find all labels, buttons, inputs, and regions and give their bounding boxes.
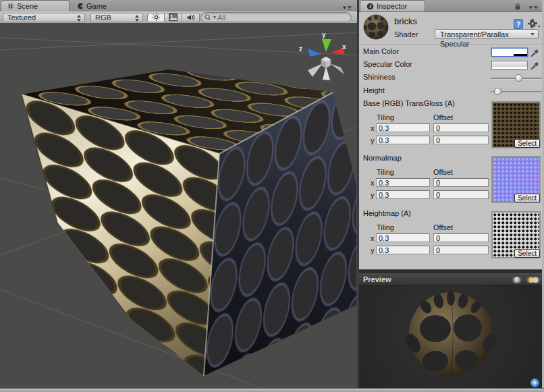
material-header: bricks Shader Transparent/Parallax Specu…: [359, 11, 542, 45]
shininess-label: Shininess: [363, 73, 396, 81]
shininess-slider[interactable]: [491, 78, 542, 80]
channel-mode-dropdown[interactable]: RGB: [90, 13, 143, 22]
heightmap-tiling-y-input[interactable]: [376, 246, 430, 254]
help-icon[interactable]: ?: [513, 18, 524, 30]
normalmap-tiling-y-input[interactable]: [376, 190, 430, 199]
offset-header: Offset: [433, 223, 453, 231]
shininess-row: Shininess: [359, 72, 542, 84]
scene-search-field[interactable]: ▾ All: [200, 12, 352, 22]
tiling-header: Tiling: [377, 168, 394, 176]
search-scope-label: All: [217, 13, 225, 22]
skybox-fx-toggle-button[interactable]: [165, 13, 182, 22]
offset-header: Offset: [433, 113, 453, 121]
tab-game[interactable]: Game: [71, 0, 132, 11]
x-axis-label: x: [371, 234, 375, 242]
scene-panel: Scene Game ▾≡ Textured RGB: [0, 0, 357, 388]
unity-editor-window: Scene Game ▾≡ Textured RGB: [0, 0, 544, 392]
scene-tabbar: Scene Game ▾≡: [0, 0, 357, 12]
render-mode-value: Textured: [7, 13, 36, 22]
info-icon: i: [366, 3, 374, 10]
normalmap-title: Normalmap: [363, 154, 402, 162]
heightmap-title: Heightmap (A): [363, 209, 411, 217]
gizmo-z-axis-cone[interactable]: [308, 49, 321, 57]
main-color-swatch[interactable]: [491, 48, 528, 57]
heightmap-offset-y-input[interactable]: [433, 246, 489, 254]
scene-toolbar: Textured RGB ▾ All: [0, 11, 357, 24]
y-axis-label: y: [371, 136, 375, 144]
tab-game-label: Game: [86, 2, 107, 10]
shader-dropdown-value: Transparent/Parallax Specular: [440, 30, 509, 48]
x-axis-label: x: [371, 179, 375, 187]
speaker-icon: [186, 13, 195, 22]
two-lights-icon: [527, 277, 539, 283]
image-icon: [169, 13, 178, 21]
eyedropper-icon[interactable]: [530, 47, 539, 57]
inspector-tabbar: i Inspector ▾≡: [359, 0, 542, 12]
normalmap-tiling-x-input[interactable]: [376, 178, 430, 187]
search-scope-arrow-icon: ▾: [213, 14, 216, 20]
base-select-button[interactable]: Select: [514, 139, 540, 148]
base-tiling-y-input[interactable]: [376, 136, 430, 144]
gizmo-y-axis-cone[interactable]: [322, 39, 331, 52]
gizmo-cone-gray: [323, 66, 330, 80]
specular-color-label: Specular Color: [363, 60, 412, 68]
scene-viewport[interactable]: y z x: [0, 23, 357, 388]
tab-inspector[interactable]: i Inspector: [360, 0, 425, 11]
height-slider[interactable]: [491, 91, 542, 93]
tiling-header: Tiling: [377, 113, 394, 121]
normalmap-thumbnail[interactable]: Select: [491, 156, 541, 203]
normalmap-offset-y-input[interactable]: [433, 190, 489, 199]
main-color-alpha-bar: [492, 54, 527, 56]
shader-dropdown[interactable]: Transparent/Parallax Specular: [435, 29, 539, 39]
base-tiling-x-input[interactable]: [376, 123, 430, 132]
gear-icon[interactable]: [528, 19, 541, 29]
preview-area[interactable]: [359, 285, 542, 388]
game-icon: [77, 3, 84, 9]
heightmap-offset-x-input[interactable]: [433, 233, 489, 242]
scene-panel-menu-icon[interactable]: ▾≡: [343, 4, 352, 11]
render-mode-dropdown[interactable]: Textured: [3, 13, 85, 22]
heightmap-thumbnail[interactable]: Select: [491, 211, 541, 258]
scene-grid-icon: [7, 3, 14, 9]
scene-gizmo[interactable]: y z x: [299, 31, 346, 80]
material-name: bricks: [394, 16, 417, 26]
gizmo-cone-gray: [330, 63, 344, 74]
heightmap-tiling-x-input[interactable]: [376, 233, 430, 242]
specular-color-row: Specular Color: [359, 59, 542, 71]
add-preview-button[interactable]: [531, 379, 539, 387]
shininess-slider-handle[interactable]: [515, 74, 522, 82]
heightmap-select-button[interactable]: Select: [514, 249, 540, 258]
chevron-down-icon: [531, 33, 535, 36]
tab-inspector-label: Inspector: [377, 2, 407, 10]
tab-scene-label: Scene: [17, 2, 38, 10]
shader-label: Shader: [394, 30, 418, 38]
height-row: Height: [359, 86, 542, 97]
normalmap-select-button[interactable]: Select: [514, 194, 540, 202]
tiling-header: Tiling: [377, 223, 394, 231]
inspector-panel: i Inspector ▾≡: [359, 0, 542, 388]
preview-lighting-button[interactable]: [525, 275, 541, 284]
height-slider-handle[interactable]: [494, 88, 501, 95]
preview-title: Preview: [363, 275, 391, 283]
inspector-panel-menu-icon[interactable]: ▾≡: [529, 4, 538, 11]
tab-scene[interactable]: Scene: [1, 0, 70, 11]
lighting-toggle-button[interactable]: [147, 13, 165, 22]
heightmap-section: Heightmap (A) Tiling Offset x y Select: [359, 209, 542, 262]
eyedropper-icon[interactable]: [530, 60, 539, 69]
normalmap-offset-x-input[interactable]: [433, 178, 489, 187]
preview-model-button[interactable]: [511, 275, 522, 284]
base-offset-y-input[interactable]: [433, 136, 489, 144]
audio-toggle-button[interactable]: [182, 13, 200, 22]
dropdown-arrows-icon: [77, 15, 82, 22]
lock-icon[interactable]: [514, 3, 522, 10]
cube-object[interactable]: [22, 69, 356, 376]
preview-header[interactable]: Preview: [359, 273, 542, 285]
base-offset-x-input[interactable]: [433, 123, 489, 132]
base-texture-section: Base (RGB) TransGloss (A) Tiling Offset …: [359, 99, 542, 152]
gizmo-cone-gray: [308, 63, 323, 77]
svg-text:?: ?: [516, 21, 520, 28]
base-texture-thumbnail[interactable]: Select: [491, 101, 541, 148]
preview-sphere: [359, 285, 542, 388]
specular-color-swatch[interactable]: [491, 61, 528, 69]
gizmo-y-label: y: [322, 31, 326, 38]
